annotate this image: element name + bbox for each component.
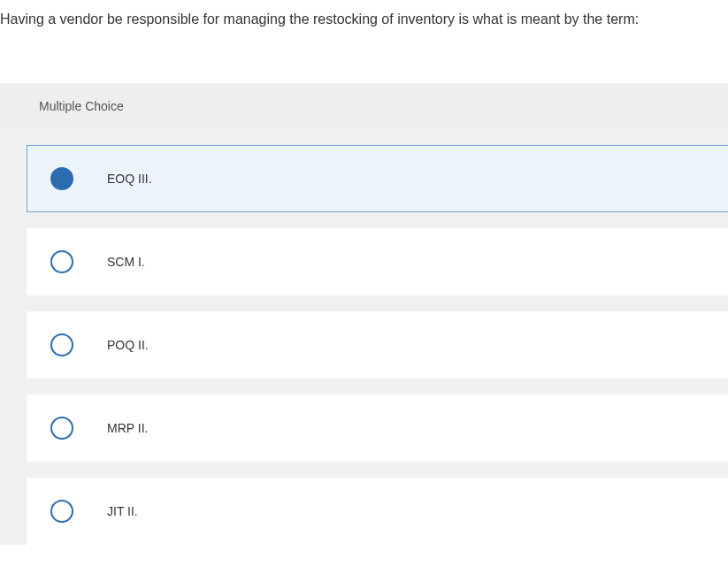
radio-icon: [50, 333, 73, 356]
multiple-choice-container: Multiple Choice EOQ III. SCM I. POQ II. …: [0, 83, 728, 545]
option-poq-ii[interactable]: POQ II.: [27, 311, 728, 379]
option-label: JIT II.: [107, 504, 138, 518]
options-list: EOQ III. SCM I. POQ II. MRP II. JIT II.: [0, 145, 728, 545]
option-label: POQ II.: [107, 338, 149, 352]
option-label: EOQ III.: [107, 172, 152, 186]
option-jit-ii[interactable]: JIT II.: [27, 478, 728, 545]
radio-icon: [50, 500, 73, 523]
option-scm-i[interactable]: SCM I.: [27, 228, 728, 295]
section-header: Multiple Choice: [0, 83, 728, 129]
question-text: Having a vendor be responsible for manag…: [0, 0, 728, 30]
radio-icon: [50, 417, 73, 440]
radio-icon: [50, 250, 73, 273]
radio-icon: [50, 167, 73, 190]
option-label: MRP II.: [107, 421, 148, 435]
option-eoq-iii[interactable]: EOQ III.: [27, 145, 728, 212]
option-label: SCM I.: [107, 255, 145, 269]
option-mrp-ii[interactable]: MRP II.: [27, 394, 728, 462]
